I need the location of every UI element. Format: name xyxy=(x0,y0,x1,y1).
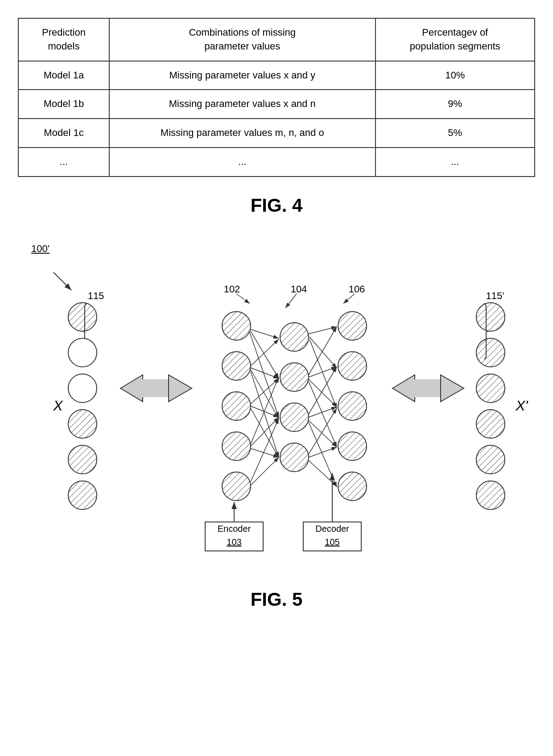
svg-point-27 xyxy=(280,443,309,472)
svg-point-10 xyxy=(68,481,97,509)
svg-text:105: 105 xyxy=(325,537,339,547)
svg-point-31 xyxy=(338,352,367,380)
svg-line-56 xyxy=(309,382,337,447)
table-row: Model 1b Missing parameter values x and … xyxy=(18,90,535,119)
svg-point-21 xyxy=(222,472,251,501)
svg-line-62 xyxy=(309,447,337,457)
svg-text:Encoder: Encoder xyxy=(218,524,251,534)
cell-pct-ellipsis: ... xyxy=(376,148,535,177)
svg-text:115: 115 xyxy=(88,290,104,301)
cell-pct-1a: 10% xyxy=(376,61,535,90)
svg-marker-14 xyxy=(169,375,192,402)
svg-point-68 xyxy=(476,303,505,331)
svg-point-26 xyxy=(280,403,309,431)
cell-pct-1c: 5% xyxy=(376,119,535,148)
fig5-label: FIG. 5 xyxy=(18,589,535,610)
col-header-percentage: Percentagev ofpopulation segments xyxy=(376,18,535,61)
table-row: Model 1c Missing parameter values m, n, … xyxy=(18,119,535,148)
svg-line-3 xyxy=(54,272,71,290)
svg-point-72 xyxy=(476,445,505,474)
cell-model-ellipsis: ... xyxy=(18,148,109,177)
svg-line-35 xyxy=(251,329,279,338)
svg-marker-66 xyxy=(441,375,464,402)
svg-line-51 xyxy=(310,337,337,368)
svg-marker-12 xyxy=(120,375,143,402)
col-header-combinations: Combinations of missingparameter values xyxy=(109,18,375,61)
svg-text:106: 106 xyxy=(349,284,365,295)
svg-line-29 xyxy=(343,294,355,304)
svg-line-37 xyxy=(250,333,279,417)
svg-point-71 xyxy=(476,410,505,438)
svg-point-73 xyxy=(476,481,505,509)
svg-point-32 xyxy=(338,392,367,420)
svg-point-25 xyxy=(280,363,309,391)
svg-text:115': 115' xyxy=(486,290,504,301)
svg-line-59 xyxy=(309,420,337,447)
cell-values-1a: Missing parameter values x and y xyxy=(109,61,375,90)
svg-line-23 xyxy=(285,294,297,308)
ref-100-label: 100' xyxy=(31,243,535,255)
svg-point-8 xyxy=(68,410,97,438)
diagram-section: 100' 115 xyxy=(18,243,535,571)
svg-point-69 xyxy=(476,338,505,367)
svg-point-9 xyxy=(68,445,97,474)
svg-point-6 xyxy=(68,338,97,367)
cell-values-ellipsis: ... xyxy=(109,148,375,177)
svg-point-70 xyxy=(476,374,505,403)
svg-point-17 xyxy=(222,312,251,340)
svg-text:103: 103 xyxy=(227,537,241,547)
svg-text:Decoder: Decoder xyxy=(315,524,349,534)
col-header-models: Predictionmodels xyxy=(18,18,109,61)
svg-point-19 xyxy=(222,392,251,420)
svg-line-36 xyxy=(251,331,279,378)
svg-text:X: X xyxy=(53,398,63,414)
svg-text:104: 104 xyxy=(291,284,307,295)
cell-pct-1b: 9% xyxy=(376,90,535,119)
svg-point-20 xyxy=(222,432,251,460)
cell-model-1c: Model 1c xyxy=(18,119,109,148)
fig4-label: FIG. 4 xyxy=(18,195,535,216)
svg-rect-65 xyxy=(414,379,441,397)
neural-network-diagram: 115 X 102 xyxy=(18,259,535,571)
svg-point-5 xyxy=(68,303,97,331)
svg-line-53 xyxy=(309,327,337,375)
svg-line-54 xyxy=(309,367,337,377)
table-row: Model 1a Missing parameter values x and … xyxy=(18,61,535,90)
svg-point-34 xyxy=(338,472,367,501)
svg-point-24 xyxy=(280,323,309,351)
svg-point-33 xyxy=(338,432,367,460)
svg-line-57 xyxy=(309,367,337,414)
svg-point-30 xyxy=(338,312,367,340)
svg-point-7 xyxy=(68,374,97,403)
svg-line-46 xyxy=(251,417,279,446)
svg-line-55 xyxy=(309,379,337,407)
cell-values-1b: Missing parameter values x and n xyxy=(109,90,375,119)
svg-text:X': X' xyxy=(515,398,528,414)
svg-text:102: 102 xyxy=(224,284,240,295)
svg-line-42 xyxy=(251,378,279,404)
svg-line-49 xyxy=(251,457,279,485)
svg-rect-13 xyxy=(142,379,169,397)
table-section: Predictionmodels Combinations of missing… xyxy=(18,18,535,177)
cell-model-1a: Model 1a xyxy=(18,61,109,90)
prediction-table: Predictionmodels Combinations of missing… xyxy=(18,18,535,177)
table-row: ... ... ... xyxy=(18,148,535,177)
cell-model-1b: Model 1b xyxy=(18,90,109,119)
svg-line-41 xyxy=(251,371,279,457)
svg-line-50 xyxy=(309,327,337,334)
svg-point-18 xyxy=(222,352,251,380)
svg-marker-64 xyxy=(392,375,415,402)
svg-line-16 xyxy=(236,294,250,304)
svg-line-38 xyxy=(251,339,279,366)
cell-values-1c: Missing parameter values m, n, and o xyxy=(109,119,375,148)
